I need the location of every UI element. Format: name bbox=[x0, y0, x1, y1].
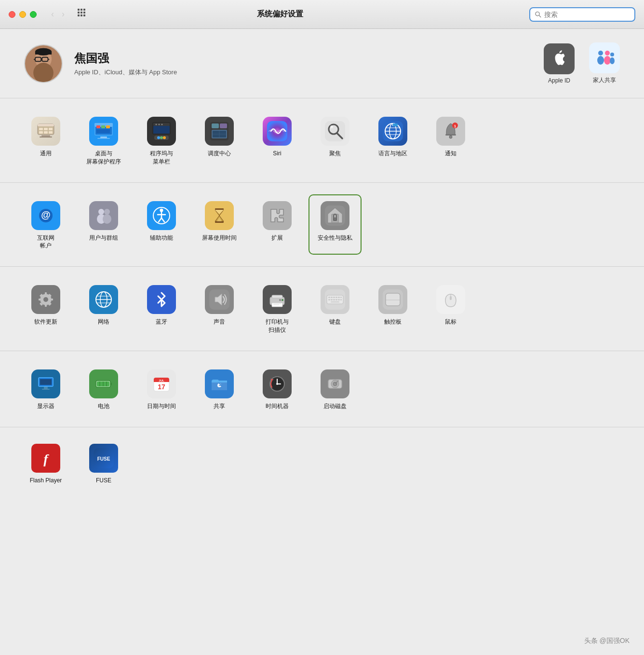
svg-rect-20 bbox=[35, 52, 52, 55]
svg-point-181 bbox=[276, 383, 278, 385]
settings-item-spotlight[interactable]: 聚焦 bbox=[309, 110, 362, 171]
settings-item-desktop[interactable]: 桌面与屏幕保护程序 bbox=[77, 110, 130, 171]
settings-item-security[interactable]: 安全性与隐私 bbox=[309, 194, 362, 255]
display-icon bbox=[31, 369, 60, 398]
settings-item-network[interactable]: 网络 bbox=[77, 278, 130, 339]
svg-rect-139 bbox=[335, 297, 337, 298]
settings-item-sound[interactable]: 声音 bbox=[193, 278, 246, 339]
svg-point-23 bbox=[605, 51, 610, 55]
profile-right-icons: Apple ID 家人共享 bbox=[544, 42, 620, 84]
svg-point-56 bbox=[163, 136, 166, 139]
settings-item-startup[interactable]: 启动磁盘 bbox=[309, 363, 362, 415]
svg-text:JUL: JUL bbox=[159, 379, 164, 382]
settings-item-trackpad[interactable]: 触控板 bbox=[366, 278, 419, 339]
svg-rect-31 bbox=[49, 128, 53, 130]
svg-point-13 bbox=[33, 63, 54, 83]
settings-item-language[interactable]: 语言与地区 bbox=[366, 110, 419, 171]
battery-icon bbox=[89, 369, 118, 398]
printer-label: 打印机与扫描仪 bbox=[266, 318, 289, 334]
bluetooth-label: 蓝牙 bbox=[156, 318, 167, 326]
sharing-icon-svg bbox=[209, 374, 229, 394]
settings-item-printer[interactable]: 打印机与扫描仪 bbox=[251, 278, 304, 339]
svg-rect-163 bbox=[110, 382, 112, 385]
svg-point-105 bbox=[335, 218, 336, 219]
startup-icon-svg bbox=[325, 374, 345, 394]
keyboard-icon bbox=[321, 285, 349, 314]
close-button[interactable] bbox=[9, 11, 15, 18]
settings-item-display[interactable]: 显示器 bbox=[19, 363, 72, 415]
svg-rect-138 bbox=[333, 297, 335, 298]
svg-point-25 bbox=[610, 53, 614, 56]
settings-item-mission[interactable]: 调度中心 bbox=[193, 110, 246, 171]
settings-item-extensions[interactable]: 扩展 bbox=[251, 194, 304, 255]
svg-point-22 bbox=[597, 56, 604, 65]
svg-text:17: 17 bbox=[158, 383, 165, 391]
settings-item-keyboard[interactable]: 键盘 bbox=[309, 278, 362, 339]
svg-rect-137 bbox=[331, 297, 333, 298]
search-bar[interactable] bbox=[529, 7, 635, 22]
titlebar: ‹ › 系统偏好设置 bbox=[0, 0, 644, 29]
svg-point-130 bbox=[282, 299, 283, 301]
svg-point-50 bbox=[159, 124, 160, 125]
settings-item-flash[interactable]: f Flash Player bbox=[19, 437, 72, 490]
watermark: 头条 @国强OK bbox=[584, 637, 630, 645]
dock-label: 程序坞与菜单栏 bbox=[150, 150, 173, 166]
search-input[interactable] bbox=[544, 11, 630, 18]
settings-item-fuse[interactable]: FUSE FUSE bbox=[77, 437, 130, 490]
general-icon-svg bbox=[36, 121, 56, 141]
fuse-icon-box: FUSE bbox=[89, 444, 118, 473]
extensions-label: 扩展 bbox=[271, 234, 283, 242]
settings-item-softupdate[interactable]: 软件更新 bbox=[19, 278, 72, 339]
spotlight-label: 聚焦 bbox=[329, 150, 341, 158]
settings-item-internet[interactable]: @ 互联网帐户 bbox=[19, 194, 72, 255]
svg-rect-147 bbox=[340, 299, 342, 300]
svg-text:1: 1 bbox=[454, 124, 456, 128]
settings-item-dock[interactable]: 程序坞与菜单栏 bbox=[135, 110, 188, 171]
svg-point-89 bbox=[103, 214, 111, 224]
family-icon-box bbox=[589, 42, 620, 73]
svg-rect-109 bbox=[45, 292, 47, 295]
settings-item-timemachine[interactable]: 时间机器 bbox=[251, 363, 304, 415]
profile-subtitle: Apple ID、iCloud、媒体与 App Store bbox=[74, 68, 532, 77]
settings-item-users[interactable]: 用户与群组 bbox=[77, 194, 130, 255]
security-icon-svg bbox=[325, 205, 345, 226]
settings-item-battery[interactable]: 电池 bbox=[77, 363, 130, 415]
settings-item-bluetooth[interactable]: 蓝牙 bbox=[135, 278, 188, 339]
settings-item-general[interactable]: 通用 bbox=[19, 110, 72, 171]
svg-point-189 bbox=[337, 380, 339, 382]
mission-icon-svg bbox=[209, 121, 229, 141]
settings-item-siri[interactable]: Siri bbox=[251, 110, 304, 171]
softupdate-icon bbox=[31, 285, 60, 314]
settings-item-mouse[interactable]: 鼠标 bbox=[424, 278, 477, 339]
minimize-button[interactable] bbox=[19, 11, 26, 18]
svg-point-55 bbox=[160, 136, 163, 139]
settings-item-sharing[interactable]: 共享 bbox=[193, 363, 246, 415]
svg-rect-128 bbox=[272, 295, 282, 298]
general-label: 通用 bbox=[40, 150, 52, 158]
internet-icon-svg: @ bbox=[36, 205, 56, 226]
settings-item-notifications[interactable]: 1 通知 bbox=[424, 110, 477, 171]
settings-item-screentime[interactable]: 屏幕使用时间 bbox=[193, 194, 246, 255]
svg-rect-52 bbox=[153, 126, 170, 134]
svg-rect-146 bbox=[338, 299, 340, 300]
svg-rect-112 bbox=[50, 299, 53, 300]
network-label: 网络 bbox=[98, 318, 109, 326]
svg-rect-159 bbox=[44, 387, 48, 389]
language-icon-svg bbox=[383, 121, 403, 141]
settings-item-datetime[interactable]: JUL 17 日期与时间 bbox=[135, 363, 188, 415]
flash-label: Flash Player bbox=[30, 477, 62, 485]
svg-point-26 bbox=[610, 57, 615, 64]
family-sharing-button[interactable]: 家人共享 bbox=[589, 42, 620, 84]
users-icon-svg bbox=[94, 205, 114, 226]
apple-id-button[interactable]: Apple ID bbox=[544, 43, 575, 84]
internet-icon: @ bbox=[31, 201, 60, 230]
settings-section-2: @ 互联网帐户 用户与群组 bbox=[0, 183, 644, 267]
svg-rect-33 bbox=[44, 131, 48, 134]
fullscreen-button[interactable] bbox=[30, 11, 37, 18]
network-icon-svg bbox=[94, 289, 114, 310]
mouse-icon bbox=[436, 285, 465, 314]
avatar[interactable] bbox=[24, 44, 63, 83]
trackpad-label: 触控板 bbox=[384, 318, 402, 326]
keyboard-icon-svg bbox=[325, 289, 345, 310]
settings-item-accessibility[interactable]: 辅助功能 bbox=[135, 194, 188, 255]
